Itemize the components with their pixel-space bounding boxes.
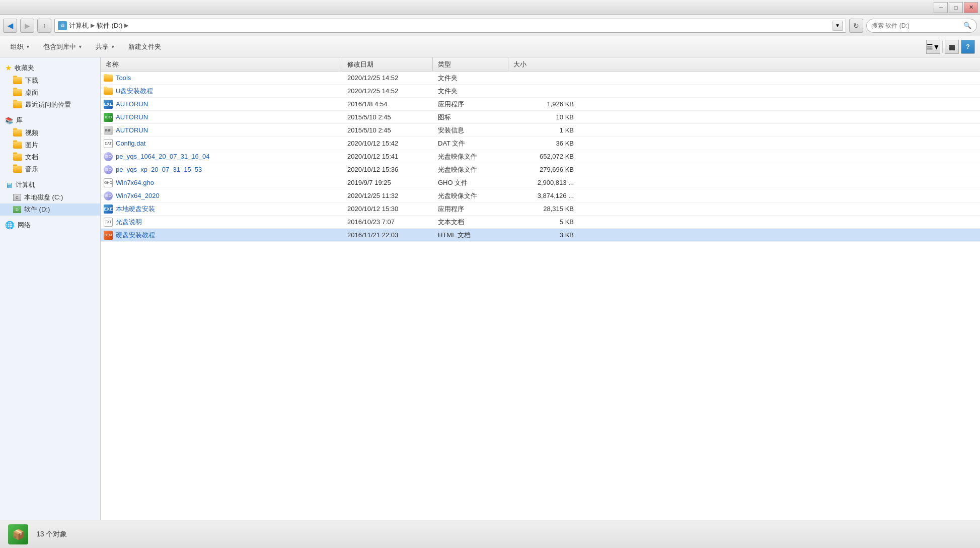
breadcrumb-dropdown[interactable]: ▼ [833, 21, 843, 31]
table-row[interactable]: DAT Config.dat 2020/10/12 15:42 DAT 文件 3… [101, 137, 980, 150]
file-name-cell: U盘安装教程 [101, 87, 342, 96]
breadcrumb-computer[interactable]: 计算机 [69, 21, 89, 30]
back-button[interactable]: ◀ [3, 19, 17, 33]
sidebar-item-video[interactable]: 视频 [0, 127, 100, 139]
file-type-cell: DAT 文件 [433, 139, 508, 148]
file-name-cell: TXT 光盘说明 [101, 218, 342, 227]
sidebar-item-favorites[interactable]: ★ 收藏夹 [0, 61, 100, 75]
column-size-label: 大小 [513, 60, 526, 69]
organize-arrow: ▼ [26, 44, 30, 49]
folder-icon-picture [13, 142, 22, 149]
sidebar-item-recent[interactable]: 最近访问的位置 [0, 99, 100, 111]
preview-button[interactable]: ▦ [945, 40, 959, 54]
file-size-cell: 3,874,126 ... [508, 192, 579, 199]
newfolder-button[interactable]: 新建文件夹 [123, 39, 167, 55]
sidebar-item-network[interactable]: 🌐 网络 [0, 219, 100, 232]
column-header-size[interactable]: 大小 [508, 57, 579, 71]
library-label: 库 [16, 116, 23, 125]
downloads-label: 下载 [25, 76, 38, 85]
file-name-text: pe_yqs_xp_20_07_31_15_53 [116, 166, 202, 173]
table-row[interactable]: ISO Win7x64_2020 2020/12/25 11:32 光盘映像文件… [101, 189, 980, 202]
help-button[interactable]: ? [961, 40, 975, 54]
star-icon: ★ [5, 63, 12, 73]
table-row[interactable]: GHO Win7x64.gho 2019/9/7 19:25 GHO 文件 2,… [101, 176, 980, 189]
table-row[interactable]: ICO AUTORUN 2015/5/10 2:45 图标 10 KB [101, 111, 980, 124]
drive-c-icon: C [13, 194, 21, 201]
address-bar: ◀ ▶ ↑ 🖥 计算机 ▶ 软件 (D:) ▶ ▼ ↻ 🔍 [0, 15, 980, 36]
music-label: 音乐 [25, 165, 38, 174]
table-row[interactable]: EXE AUTORUN 2016/1/8 4:54 应用程序 1,926 KB [101, 98, 980, 111]
includelib-button[interactable]: 包含到库中 ▼ [38, 39, 88, 55]
search-icon[interactable]: 🔍 [963, 22, 971, 29]
table-row[interactable]: INF AUTORUN 2015/5/10 2:45 安装信息 1 KB [101, 124, 980, 137]
file-date-cell: 2020/10/12 15:42 [342, 140, 433, 147]
toolbar-right: ☰▼ ▦ ? [926, 40, 975, 54]
file-name-text: pe_yqs_1064_20_07_31_16_04 [116, 153, 210, 160]
main-area: ★ 收藏夹 下载 桌面 最近访问的位置 📚 库 [0, 57, 980, 520]
sidebar-item-downloads[interactable]: 下载 [0, 75, 100, 87]
sidebar-section-favorites: ★ 收藏夹 下载 桌面 最近访问的位置 [0, 61, 100, 111]
close-button[interactable]: ✕ [964, 2, 978, 13]
html-icon: HTM [104, 231, 113, 240]
share-button[interactable]: 共享 ▼ [90, 39, 121, 55]
column-header-type[interactable]: 类型 [433, 57, 508, 71]
drive-c-label: 本地磁盘 (C:) [24, 193, 63, 202]
sidebar-item-desktop[interactable]: 桌面 [0, 87, 100, 99]
includelib-arrow: ▼ [78, 44, 83, 49]
maximize-button[interactable]: □ [949, 2, 963, 13]
file-name-cell: GHO Win7x64.gho [101, 178, 342, 187]
file-size-cell: 2,900,813 ... [508, 179, 579, 186]
drive-d-icon: D [13, 206, 21, 213]
table-row[interactable]: U盘安装教程 2020/12/25 14:52 文件夹 [101, 85, 980, 98]
file-size-cell: 279,696 KB [508, 166, 579, 173]
folder-icon-recent [13, 101, 22, 108]
sidebar-item-picture[interactable]: 图片 [0, 139, 100, 151]
search-input[interactable] [872, 22, 961, 29]
view-button[interactable]: ☰▼ [926, 40, 940, 54]
breadcrumb-drive[interactable]: 软件 (D:) [97, 21, 122, 30]
table-row[interactable]: Tools 2020/12/25 14:52 文件夹 [101, 72, 980, 85]
file-name-text: AUTORUN [116, 100, 148, 108]
sidebar-item-drive-d[interactable]: D 软件 (D:) [0, 203, 100, 216]
share-arrow: ▼ [111, 44, 115, 49]
file-name-cell: DAT Config.dat [101, 139, 342, 148]
table-row[interactable]: TXT 光盘说明 2016/10/23 7:07 文本文档 5 KB [101, 216, 980, 229]
table-row[interactable]: ISO pe_yqs_xp_20_07_31_15_53 2020/10/12 … [101, 163, 980, 176]
network-icon: 🌐 [5, 221, 15, 230]
table-row[interactable]: HTM 硬盘安装教程 2016/11/21 22:03 HTML 文档 3 KB [101, 229, 980, 242]
sidebar-item-library[interactable]: 📚 库 [0, 114, 100, 127]
file-name-cell: ISO Win7x64_2020 [101, 191, 342, 200]
column-type-label: 类型 [438, 60, 451, 69]
file-name-cell: HTM 硬盘安装教程 [101, 231, 342, 240]
column-name-label: 名称 [106, 60, 119, 69]
sidebar-item-computer[interactable]: 🖥 计算机 [0, 178, 100, 191]
up-button[interactable]: ↑ [37, 19, 51, 33]
column-date-label: 修改日期 [347, 60, 373, 69]
refresh-button[interactable]: ↻ [849, 19, 863, 33]
file-name-cell: ISO pe_yqs_1064_20_07_31_16_04 [101, 152, 342, 161]
file-name-cell: EXE AUTORUN [101, 100, 342, 109]
breadcrumb-arrow-1: ▶ [91, 22, 95, 29]
file-name-text: Win7x64_2020 [116, 192, 160, 199]
column-header-date[interactable]: 修改日期 [342, 57, 433, 71]
table-row[interactable]: ISO pe_yqs_1064_20_07_31_16_04 2020/10/1… [101, 150, 980, 163]
drive-d-label: 软件 (D:) [24, 205, 50, 214]
status-icon: 📦 [8, 524, 28, 544]
forward-button[interactable]: ▶ [20, 19, 34, 33]
sidebar-item-drive-c[interactable]: C 本地磁盘 (C:) [0, 191, 100, 203]
file-type-cell: HTML 文档 [433, 231, 508, 240]
iso-icon: ISO [104, 191, 113, 200]
file-size-cell: 652,072 KB [508, 153, 579, 160]
sidebar-item-documents[interactable]: 文档 [0, 151, 100, 163]
file-name-cell: ISO pe_yqs_xp_20_07_31_15_53 [101, 165, 342, 174]
minimize-button[interactable]: ─ [934, 2, 948, 13]
sidebar-item-music[interactable]: 音乐 [0, 163, 100, 175]
column-header-name[interactable]: 名称 [101, 57, 342, 71]
file-rows-container: Tools 2020/12/25 14:52 文件夹 U盘安装教程 2020/1… [101, 72, 980, 242]
txt-icon: TXT [104, 218, 113, 227]
file-size-cell: 3 KB [508, 231, 579, 239]
table-row[interactable]: EXE 本地硬盘安装 2020/10/12 15:30 应用程序 28,315 … [101, 202, 980, 216]
organize-button[interactable]: 组织 ▼ [5, 39, 36, 55]
folder-icon-video [13, 129, 22, 136]
documents-label: 文档 [25, 153, 38, 162]
